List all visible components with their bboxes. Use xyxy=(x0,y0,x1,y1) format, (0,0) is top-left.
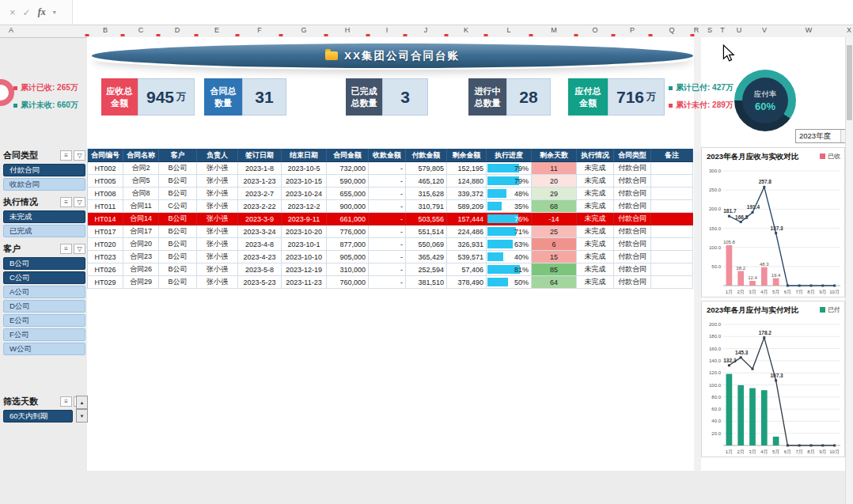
table-cell: - xyxy=(369,175,406,188)
column-letter-C[interactable]: C xyxy=(138,26,144,34)
slicer-item-收款合同[interactable]: 收款合同 xyxy=(3,178,85,191)
column-letter-S[interactable]: S xyxy=(707,26,712,34)
table-header-cell[interactable]: 签订日期 xyxy=(238,149,282,162)
column-letter-A[interactable]: A xyxy=(9,26,13,34)
table-cell: 2023-10-20 xyxy=(282,225,327,238)
table-cell: 339,372 xyxy=(447,188,487,200)
svg-text:50.0: 50.0 xyxy=(711,264,721,269)
slicer-item-F公司[interactable]: F公司 xyxy=(3,328,85,341)
column-letter-M[interactable]: M xyxy=(551,26,557,34)
table-header-cell[interactable]: 付款金额 xyxy=(406,149,447,162)
progress-bar xyxy=(487,278,508,286)
table-header-cell[interactable]: 合同类型 xyxy=(614,149,651,162)
scrollbar-thumb[interactable] xyxy=(847,45,852,120)
slicer-item-60天内到期[interactable]: 60天内到期 xyxy=(3,410,73,423)
svg-text:40.0: 40.0 xyxy=(711,419,721,423)
slicer-item-B公司[interactable]: B公司 xyxy=(3,257,85,270)
column-letter-V[interactable]: V xyxy=(762,26,767,34)
table-header-cell[interactable]: 剩余金额 xyxy=(447,149,487,162)
svg-text:145.3: 145.3 xyxy=(735,350,749,355)
table-header-cell[interactable]: 负责人 xyxy=(197,149,238,162)
column-letter-K[interactable]: K xyxy=(464,26,468,34)
svg-text:100.0: 100.0 xyxy=(709,383,722,388)
svg-text:6月: 6月 xyxy=(784,290,791,295)
table-header-cell[interactable]: 客户 xyxy=(159,149,197,162)
column-letter-B[interactable]: B xyxy=(103,26,108,34)
slicer-item-D公司[interactable]: D公司 xyxy=(3,300,85,313)
column-letter-W[interactable]: W xyxy=(806,26,813,34)
table-header-cell[interactable]: 备注 xyxy=(651,149,693,162)
column-letter-J[interactable]: J xyxy=(424,26,428,34)
table-header-cell[interactable]: 收款金额 xyxy=(369,149,406,162)
clear-filter-icon[interactable]: ▽ xyxy=(74,197,85,207)
column-letter-I[interactable]: I xyxy=(386,26,389,34)
table-cell: - xyxy=(369,225,406,238)
column-letter-L[interactable]: L xyxy=(506,26,510,34)
table-row-HT011[interactable]: HT011合同11C公司张小强2023-2-222023-12-2900,000… xyxy=(88,200,693,213)
column-letter-H[interactable]: H xyxy=(345,26,351,34)
multiselect-icon[interactable]: ≡ xyxy=(60,150,72,161)
progress-cell: 40% xyxy=(487,251,532,263)
spinner-down-button[interactable]: ▼ xyxy=(76,409,88,423)
multiselect-icon[interactable]: ≡ xyxy=(60,396,72,407)
table-row-HT014[interactable]: HT014合同14B公司张小强2023-3-92023-9-11661,000-… xyxy=(88,213,693,225)
cancel-icon[interactable]: × xyxy=(9,6,16,18)
spinner-up-button[interactable]: ▲ xyxy=(76,396,88,409)
slicer-title: 执行情况 xyxy=(3,196,38,208)
column-letter-E[interactable]: E xyxy=(214,26,219,34)
column-letter-G[interactable]: G xyxy=(301,26,306,34)
table-row-HT008[interactable]: HT008合同8B公司张小强2023-2-72023-10-24655,000-… xyxy=(88,188,693,200)
formula-input[interactable] xyxy=(73,0,853,25)
table-header-cell[interactable]: 合同名称 xyxy=(123,149,159,162)
column-letter-R[interactable]: R xyxy=(694,26,699,34)
multiselect-icon[interactable]: ≡ xyxy=(60,197,72,207)
svg-text:200.0: 200.0 xyxy=(709,207,722,211)
column-headers[interactable]: ABCDEFGHIJKLMOPQRSTUVWX xyxy=(0,25,853,38)
column-letter-Q[interactable]: Q xyxy=(669,26,674,34)
slicer-item-E公司[interactable]: E公司 xyxy=(3,314,85,327)
confirm-icon[interactable]: ✓ xyxy=(23,7,31,18)
table-header-cell[interactable]: 合同编号 xyxy=(88,149,123,162)
clear-filter-icon[interactable]: ▽ xyxy=(74,150,85,161)
table-cell xyxy=(651,225,693,238)
table-cell: 张小强 xyxy=(197,251,238,263)
column-letter-X[interactable]: X xyxy=(847,26,851,34)
table-header-cell[interactable]: 合同金额 xyxy=(327,149,369,162)
table-header-cell[interactable]: 执行进度 xyxy=(487,149,532,162)
table-header-cell[interactable]: 结束日期 xyxy=(282,149,327,162)
slicer-item-A公司[interactable]: A公司 xyxy=(3,286,85,298)
slicer-item-已完成[interactable]: 已完成 xyxy=(3,225,85,237)
table-row-HT020[interactable]: HT020合同20B公司张小强2023-4-82023-10-1877,000-… xyxy=(88,238,693,251)
table-cell: C公司 xyxy=(159,200,197,213)
clear-filter-icon[interactable]: ▽ xyxy=(74,244,85,254)
slicer-item-未完成[interactable]: 未完成 xyxy=(3,210,85,223)
column-letter-T[interactable]: T xyxy=(720,26,725,34)
insert-function-icon[interactable]: fx xyxy=(38,6,46,18)
slicer-item-付款合同[interactable]: 付款合同 xyxy=(3,164,85,176)
table-cell xyxy=(651,251,693,263)
table-cell: - xyxy=(369,276,406,289)
table-row-HT017[interactable]: HT017合同17B公司张小强2023-3-242023-10-20776,00… xyxy=(88,225,693,238)
table-row-HT023[interactable]: HT023合同23B公司张小强2023-4-232023-10-10905,00… xyxy=(88,251,693,263)
table-cell: B公司 xyxy=(159,238,197,251)
vertical-scrollbar[interactable] xyxy=(845,37,853,504)
table-row-HT002[interactable]: HT002合同2B公司张小强2023-1-82023-10-5732,000-5… xyxy=(88,162,693,175)
chevron-down-icon[interactable]: ▾ xyxy=(53,9,56,16)
decorative-circle xyxy=(0,79,14,106)
table-row-HT005[interactable]: HT005合同5B公司张小强2023-1-232023-10-15590,000… xyxy=(88,175,693,188)
slicer-item-W公司[interactable]: W公司 xyxy=(3,343,85,355)
column-letter-D[interactable]: D xyxy=(175,26,180,34)
column-letter-F[interactable]: F xyxy=(257,26,262,34)
table-cell: 2023-12-19 xyxy=(282,263,327,276)
multiselect-icon[interactable]: ≡ xyxy=(60,244,72,254)
table-cell: B公司 xyxy=(159,251,197,263)
stat-bullet-icon xyxy=(669,86,673,90)
column-letter-P[interactable]: P xyxy=(630,26,635,34)
table-row-HT026[interactable]: HT026合同26B公司张小强2023-5-82023-12-19310,000… xyxy=(88,263,693,276)
table-header-cell[interactable]: 执行情况 xyxy=(577,149,614,162)
table-row-HT029[interactable]: HT029合同29B公司张小强2023-5-232023-11-23760,00… xyxy=(88,276,693,289)
slicer-item-C公司[interactable]: C公司 xyxy=(3,271,85,284)
table-header-cell[interactable]: 剩余天数 xyxy=(532,149,577,162)
column-letter-O[interactable]: O xyxy=(592,26,597,34)
column-letter-U[interactable]: U xyxy=(737,26,742,34)
